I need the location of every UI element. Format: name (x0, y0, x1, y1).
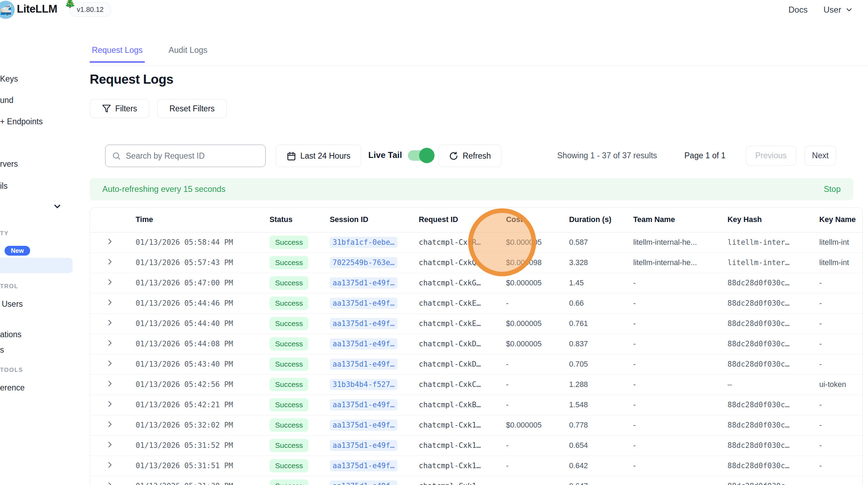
filters-button-label: Filters (115, 104, 137, 113)
expand-row-chevron-icon[interactable] (105, 400, 114, 408)
expand-row-chevron-icon[interactable] (105, 257, 114, 266)
next-page-button[interactable]: Next (805, 146, 836, 166)
team-name-cell: - (633, 334, 727, 354)
expand-row-chevron-icon[interactable] (105, 481, 114, 485)
sidebar-item-selected[interactable] (0, 258, 73, 273)
live-tail-toggle[interactable] (408, 150, 433, 161)
session-id-link[interactable]: 31b3b4b4-f527… (330, 379, 397, 390)
sidebar-section-ty: TY (0, 230, 9, 237)
toolbar: Last 24 Hours Live Tail Refresh Showing … (90, 145, 868, 167)
tab-request-logs[interactable]: Request Logs (90, 46, 145, 63)
sidebar-item-rvers[interactable]: rvers (0, 159, 18, 169)
time-cell: 01/13/2026 05:31:52 PM (136, 435, 269, 456)
sidebar-item-ations[interactable]: ations (0, 330, 21, 339)
time-cell: 01/13/2026 05:43:40 PM (136, 354, 269, 374)
session-id-link[interactable]: aa1375d1-e49f… (330, 420, 397, 431)
sidebar-item-und[interactable]: und (0, 96, 13, 105)
session-id-link[interactable]: aa1375d1-e49f… (330, 460, 397, 471)
time-cell: 01/13/2026 05:57:43 PM (136, 252, 269, 273)
status-cell: Success (269, 435, 330, 456)
col-key-name: Key Name (819, 208, 863, 232)
stop-auto-refresh-link[interactable]: Stop (824, 185, 841, 194)
session-id-link[interactable]: aa1375d1-e49f… (330, 399, 397, 410)
time-cell: 01/13/2026 05:47:00 PM (136, 273, 269, 293)
table-row[interactable]: 01/13/2026 05:43:40 PM Success aa1375d1-… (90, 354, 863, 374)
key-hash-cell: 88dc28d0f030c… (727, 313, 819, 334)
session-id-link[interactable]: aa1375d1-e49f… (330, 440, 397, 451)
table-row[interactable]: 01/13/2026 05:31:52 PM Success aa1375d1-… (90, 435, 863, 456)
status-badge: Success (269, 317, 308, 330)
table-row[interactable]: 01/13/2026 05:58:44 PM Success 31bfa1cf-… (90, 232, 863, 252)
duration-cell: 0.705 (569, 354, 633, 374)
status-cell: Success (269, 252, 330, 273)
team-name-cell: - (633, 415, 727, 435)
session-id-link[interactable]: aa1375d1-e49f… (330, 298, 397, 309)
expand-row-chevron-icon[interactable] (105, 278, 114, 286)
chevron-down-icon[interactable] (53, 202, 62, 211)
status-cell: Success (269, 374, 330, 395)
session-id-link[interactable]: 7022549b-763e… (330, 257, 397, 268)
expand-row-chevron-icon[interactable] (105, 420, 114, 429)
table-row[interactable]: 01/13/2026 05:32:02 PM Success aa1375d1-… (90, 415, 863, 435)
key-name-cell: litellm-int (819, 232, 863, 252)
previous-page-button[interactable]: Previous (746, 146, 796, 166)
request-id-cell: chatcmpl-Cxk1… (419, 476, 506, 485)
expand-row-chevron-icon[interactable] (105, 318, 114, 327)
expand-row-chevron-icon[interactable] (105, 460, 114, 469)
request-id-cell: chatcmpl-CxkE… (419, 313, 506, 334)
expand-row-chevron-icon[interactable] (105, 339, 114, 347)
expand-row-chevron-icon[interactable] (105, 237, 114, 246)
table-row[interactable]: 01/13/2026 05:42:56 PM Success 31b3b4b4-… (90, 374, 863, 395)
key-hash-cell: 88dc28d0f030c… (727, 476, 819, 485)
time-cell: 01/13/2026 05:58:44 PM (136, 232, 269, 252)
refresh-button[interactable]: Refresh (438, 145, 501, 167)
table-row[interactable]: 01/13/2026 05:42:21 PM Success aa1375d1-… (90, 395, 863, 415)
time-range-button[interactable]: Last 24 Hours (276, 145, 361, 167)
status-cell: Success (269, 334, 330, 354)
expand-row-chevron-icon[interactable] (105, 440, 114, 449)
expand-row-chevron-icon[interactable] (105, 298, 114, 307)
reset-filters-label: Reset Filters (169, 104, 214, 113)
sidebar-item-ils[interactable]: ils (0, 181, 8, 191)
sidebar-item-erence[interactable]: erence (0, 383, 25, 393)
expand-row-chevron-icon[interactable] (105, 379, 114, 388)
user-menu[interactable]: User (823, 5, 853, 15)
table-row[interactable]: 01/13/2026 05:44:40 PM Success aa1375d1-… (90, 313, 863, 334)
expand-row-chevron-icon[interactable] (105, 359, 114, 368)
sidebar-item-s[interactable]: s (0, 345, 4, 355)
user-menu-label: User (823, 5, 841, 15)
status-cell: Success (269, 232, 330, 252)
request-id-cell: chatcmpl-CxkD… (419, 334, 506, 354)
search-box[interactable] (105, 145, 266, 167)
cost-cell: - (506, 435, 569, 456)
session-id-link[interactable]: aa1375d1-e49f… (330, 359, 397, 370)
tabs-divider (90, 65, 868, 66)
status-cell: Success (269, 354, 330, 374)
table-row[interactable]: 01/13/2026 05:57:43 PM Success 7022549b-… (90, 252, 863, 273)
tab-audit-logs[interactable]: Audit Logs (166, 46, 210, 63)
docs-link[interactable]: Docs (788, 5, 808, 15)
status-badge: Success (269, 378, 308, 391)
table-row[interactable]: 01/13/2026 05:44:46 PM Success aa1375d1-… (90, 293, 863, 313)
search-input[interactable] (126, 151, 259, 161)
session-id-link[interactable]: 31bfa1cf-0ebe… (330, 237, 397, 248)
reset-filters-button[interactable]: Reset Filters (157, 99, 227, 118)
session-id-link[interactable]: aa1375d1-e49f… (330, 338, 397, 349)
session-id-link[interactable]: aa1375d1-e49f… (330, 318, 397, 329)
sidebar-item-users[interactable]: Users (2, 299, 23, 309)
session-id-cell: aa1375d1-e49f… (330, 435, 419, 456)
session-id-link[interactable]: aa1375d1-e49f… (330, 277, 397, 289)
table-row[interactable]: 01/13/2026 05:47:00 PM Success aa1375d1-… (90, 273, 863, 293)
session-id-cell: aa1375d1-e49f… (330, 395, 419, 415)
table-row[interactable]: 01/13/2026 05:44:08 PM Success aa1375d1-… (90, 334, 863, 354)
duration-cell: 0.647 (569, 476, 633, 485)
table-row[interactable]: 01/13/2026 05:31:51 PM Success aa1375d1-… (90, 456, 863, 476)
sidebar-section-trol: TROL (0, 283, 18, 290)
session-id-link[interactable]: aa1375d1-e49f… (330, 480, 397, 485)
sidebar-item--endpoints[interactable]: + Endpoints (0, 117, 43, 126)
time-cell: 01/13/2026 05:42:56 PM (136, 374, 269, 395)
sidebar-item-keys[interactable]: Keys (0, 74, 18, 84)
table-row[interactable]: 01/13/2026 05:31:38 PM Success aa1375d1-… (90, 476, 863, 485)
request-id-cell: chatcmpl-Cxk1… (419, 435, 506, 456)
filters-button[interactable]: Filters (90, 99, 149, 118)
